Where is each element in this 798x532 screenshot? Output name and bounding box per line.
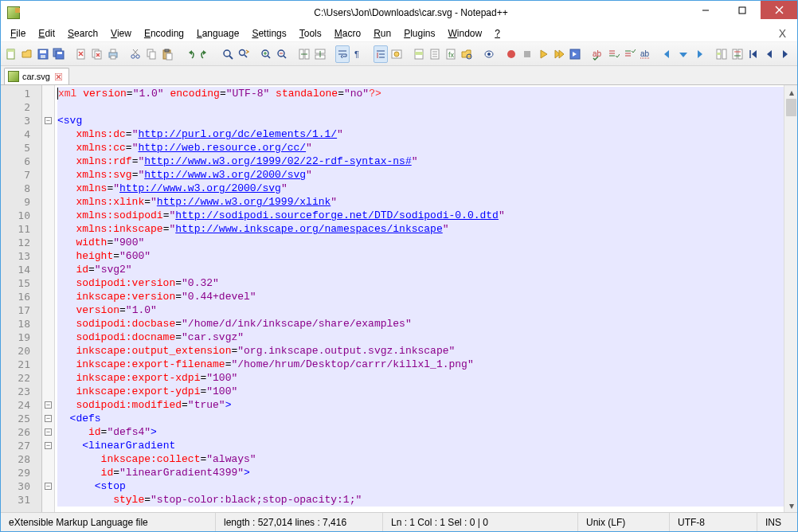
menu-macro[interactable]: Macro bbox=[328, 26, 367, 41]
status-filetype: eXtensible Markup Language file bbox=[1, 513, 216, 531]
compare2-icon[interactable] bbox=[730, 45, 745, 63]
status-enc[interactable]: UTF-8 bbox=[670, 513, 757, 531]
app-icon bbox=[7, 6, 20, 19]
stop-macro-icon[interactable] bbox=[520, 45, 534, 63]
scroll-thumb[interactable] bbox=[786, 99, 796, 116]
svg-rect-69 bbox=[524, 51, 530, 57]
doc-list-icon[interactable] bbox=[428, 45, 442, 63]
play-multi-icon[interactable] bbox=[552, 45, 566, 63]
svg-rect-7 bbox=[40, 50, 46, 53]
find-icon[interactable] bbox=[221, 45, 235, 63]
secondary-close-icon[interactable]: X bbox=[771, 25, 794, 41]
status-eol[interactable]: Unix (LF) bbox=[578, 513, 670, 531]
nav-last-icon[interactable] bbox=[794, 45, 798, 63]
replace-icon[interactable] bbox=[237, 45, 251, 63]
menubar: File Edit Search View Encoding Language … bbox=[1, 25, 797, 42]
cut-icon[interactable] bbox=[128, 45, 143, 63]
function-list-icon[interactable]: fx bbox=[444, 45, 458, 63]
doc-map-icon[interactable] bbox=[412, 45, 426, 63]
window-controls bbox=[687, 1, 797, 19]
copy-icon[interactable] bbox=[144, 45, 158, 63]
status-ins[interactable]: INS bbox=[757, 513, 797, 531]
svg-rect-8 bbox=[41, 55, 45, 58]
folder-workspace-icon[interactable] bbox=[460, 45, 474, 63]
maximize-button[interactable] bbox=[724, 1, 761, 19]
svg-point-68 bbox=[507, 50, 515, 58]
spellcheck4-icon[interactable]: ab bbox=[638, 45, 652, 63]
status-pos: Ln : 1 Col : 1 Sel : 0 | 0 bbox=[383, 513, 578, 531]
user-lang-icon[interactable] bbox=[389, 45, 404, 63]
save-icon[interactable] bbox=[36, 45, 50, 63]
close-all-icon[interactable] bbox=[90, 45, 104, 63]
arrow-down-icon[interactable] bbox=[676, 45, 690, 63]
menu-tools[interactable]: Tools bbox=[293, 26, 328, 41]
menu-help[interactable]: ? bbox=[488, 26, 507, 41]
show-all-chars-icon[interactable]: ¶ bbox=[351, 45, 366, 63]
play-macro-icon[interactable] bbox=[536, 45, 550, 63]
zoom-out-icon[interactable] bbox=[275, 45, 289, 63]
svg-rect-30 bbox=[166, 53, 172, 60]
wordwrap-icon[interactable] bbox=[335, 45, 350, 63]
menu-settings[interactable]: Settings bbox=[245, 26, 292, 41]
menu-edit[interactable]: Edit bbox=[32, 26, 61, 41]
sync-v-icon[interactable] bbox=[297, 45, 311, 63]
svg-point-67 bbox=[487, 53, 491, 56]
undo-icon[interactable] bbox=[182, 45, 197, 63]
nav-first-icon[interactable] bbox=[746, 45, 761, 63]
spellcheck3-icon[interactable] bbox=[622, 45, 636, 63]
menu-view[interactable]: View bbox=[104, 26, 138, 41]
arrow-left-blue-icon[interactable] bbox=[660, 45, 675, 63]
spellcheck1-icon[interactable]: ab bbox=[590, 45, 604, 63]
scroll-down-icon[interactable]: ▾ bbox=[784, 499, 798, 512]
statusbar: eXtensible Markup Language file length :… bbox=[1, 512, 797, 531]
svg-rect-84 bbox=[738, 49, 742, 59]
fold-margin[interactable]: −−−−−− bbox=[42, 85, 55, 512]
close-file-icon[interactable] bbox=[74, 45, 88, 63]
sync-h-icon[interactable] bbox=[313, 45, 327, 63]
svg-text:ab: ab bbox=[640, 49, 650, 58]
scroll-up-icon[interactable]: ▴ bbox=[784, 85, 798, 99]
svg-rect-1 bbox=[739, 7, 745, 14]
menu-plugins[interactable]: Plugins bbox=[397, 26, 441, 41]
nav-prev-icon[interactable] bbox=[762, 45, 776, 63]
menu-encoding[interactable]: Encoding bbox=[138, 26, 190, 41]
menu-window[interactable]: Window bbox=[442, 26, 489, 41]
menu-run[interactable]: Run bbox=[367, 26, 397, 41]
svg-point-31 bbox=[224, 50, 230, 57]
close-button[interactable] bbox=[761, 1, 797, 19]
svg-line-34 bbox=[244, 55, 247, 57]
vertical-scrollbar[interactable]: ▴ ▾ bbox=[784, 85, 797, 512]
svg-rect-83 bbox=[733, 49, 737, 59]
compare1-icon[interactable] bbox=[714, 45, 729, 63]
record-macro-icon[interactable] bbox=[504, 45, 518, 63]
monitor-icon[interactable] bbox=[482, 45, 496, 63]
svg-point-33 bbox=[240, 49, 245, 55]
toolbar: ¶ fx ab ab bbox=[1, 42, 797, 66]
menu-search[interactable]: Search bbox=[61, 26, 104, 41]
paste-icon[interactable] bbox=[160, 45, 174, 63]
redo-icon[interactable] bbox=[198, 45, 213, 63]
svg-point-22 bbox=[131, 54, 135, 57]
svg-text:¶: ¶ bbox=[354, 49, 359, 59]
tab-close-icon[interactable] bbox=[53, 72, 64, 82]
editor-area: 1234567891011121314151617181920212223242… bbox=[1, 85, 797, 512]
window-title: C:\Users\Jon\Downloads\car.svg - Notepad… bbox=[25, 7, 797, 18]
nav-next-icon[interactable] bbox=[778, 45, 792, 63]
spellcheck2-icon[interactable] bbox=[606, 45, 620, 63]
minimize-button[interactable] bbox=[687, 1, 724, 19]
code-editor[interactable]: xml version="1.0" encoding="UTF-8" stand… bbox=[55, 85, 784, 512]
zoom-in-icon[interactable] bbox=[259, 45, 273, 63]
svg-point-23 bbox=[136, 54, 139, 57]
tab-label: car.svg bbox=[22, 72, 50, 81]
svg-point-56 bbox=[394, 52, 399, 57]
menu-language[interactable]: Language bbox=[190, 26, 245, 41]
open-file-icon[interactable] bbox=[20, 45, 34, 63]
menu-file[interactable]: File bbox=[4, 26, 32, 41]
arrow-right-blue-icon[interactable] bbox=[692, 45, 706, 63]
print-icon[interactable] bbox=[106, 45, 120, 63]
save-all-icon[interactable] bbox=[52, 45, 66, 63]
new-file-icon[interactable] bbox=[4, 45, 18, 63]
save-macro-icon[interactable] bbox=[568, 45, 582, 63]
indent-guide-icon[interactable] bbox=[374, 45, 388, 63]
tab-car-svg[interactable]: car.svg bbox=[4, 68, 69, 84]
